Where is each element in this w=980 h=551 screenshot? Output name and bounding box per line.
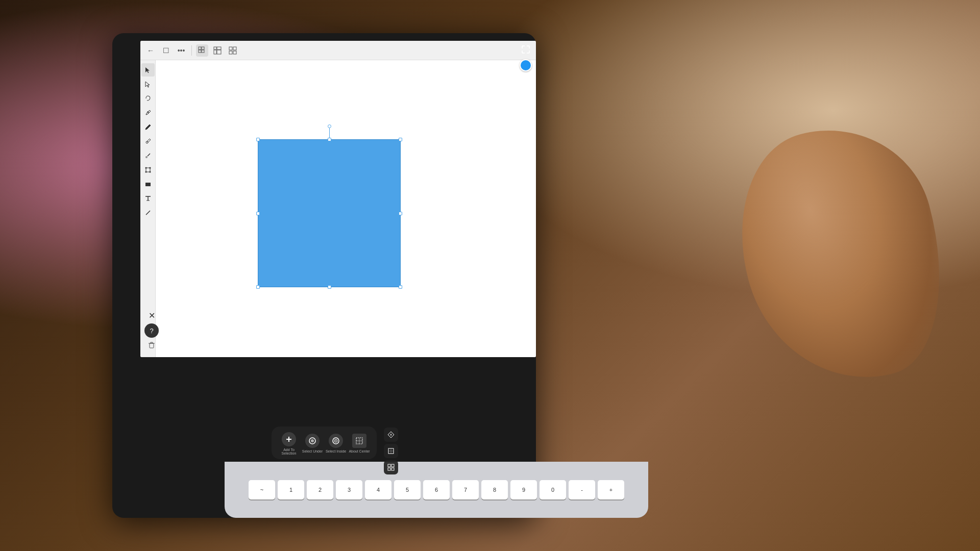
handle-middle-right[interactable]: [399, 212, 402, 215]
svg-rect-5: [217, 47, 221, 49]
bottom-action-bar-container: Add To Selection Select Under: [272, 427, 377, 459]
tool-knife[interactable]: [141, 206, 155, 219]
svg-rect-37: [388, 468, 390, 470]
align-icon[interactable]: [520, 139, 531, 150]
key-tilde[interactable]: ~: [249, 480, 275, 499]
about-center-button[interactable]: About Center: [348, 431, 371, 456]
trash-button[interactable]: [144, 338, 159, 352]
svg-rect-25: [523, 142, 528, 143]
svg-rect-15: [146, 168, 150, 172]
back-button[interactable]: ←: [144, 44, 157, 57]
tool-rectangle[interactable]: [141, 178, 155, 191]
color-picker[interactable]: [520, 59, 532, 71]
add-layer-icon[interactable]: [520, 115, 531, 126]
close-button[interactable]: ✕: [144, 308, 159, 322]
tool-text[interactable]: [141, 192, 155, 205]
top-toolbar: ← ☐ •••: [140, 41, 536, 60]
svg-rect-2: [199, 50, 201, 53]
key-2[interactable]: 2: [307, 480, 333, 499]
tool-eyedropper[interactable]: [141, 135, 155, 148]
svg-point-12: [147, 112, 149, 113]
svg-point-22: [527, 86, 529, 88]
key-8[interactable]: 8: [481, 480, 508, 499]
svg-rect-10: [229, 51, 232, 54]
export-button[interactable]: [227, 44, 239, 57]
svg-rect-36: [391, 464, 394, 467]
svg-rect-6: [214, 50, 216, 54]
select-under-label: Select Under: [302, 449, 323, 453]
select-inside-button[interactable]: Select Inside: [325, 431, 347, 456]
svg-point-33: [390, 434, 392, 436]
keyboard-area: ~ 1 2 3 4 5 6 7 8 9 0 - +: [225, 462, 648, 518]
bottom-action-bar: Add To Selection Select Under: [272, 427, 377, 459]
key-plus[interactable]: +: [598, 480, 624, 499]
key-4[interactable]: 4: [365, 480, 391, 499]
svg-rect-26: [523, 145, 527, 146]
grid-button[interactable]: [211, 44, 224, 57]
selected-shape[interactable]: [258, 139, 401, 287]
tool-brush[interactable]: [141, 149, 155, 162]
pen-style-icon[interactable]: [520, 84, 531, 95]
style-icon[interactable]: [520, 99, 531, 111]
handle-top-right[interactable]: [399, 138, 402, 141]
about-center-icon: [352, 434, 366, 448]
select-under-button[interactable]: Select Under: [301, 431, 324, 456]
document-button[interactable]: ☐: [160, 44, 172, 57]
add-to-selection-icon: [282, 432, 296, 446]
svg-rect-38: [391, 468, 394, 470]
key-9[interactable]: 9: [510, 480, 537, 499]
key-5[interactable]: 5: [394, 480, 421, 499]
svg-rect-7: [217, 50, 221, 54]
transform-icon[interactable]: [520, 154, 531, 165]
add-to-selection-button[interactable]: Add To Selection: [278, 431, 300, 456]
tool-pen[interactable]: [141, 106, 155, 119]
svg-rect-3: [202, 50, 204, 53]
svg-rect-1: [202, 47, 204, 49]
svg-rect-4: [214, 47, 216, 49]
extra-icon-3[interactable]: [384, 460, 398, 474]
svg-point-24: [525, 104, 527, 106]
tool-pencil[interactable]: [141, 120, 155, 134]
svg-point-16: [145, 167, 146, 169]
canvas-area[interactable]: [156, 60, 536, 357]
key-3[interactable]: 3: [336, 480, 362, 499]
svg-point-18: [145, 171, 146, 173]
add-to-selection-label: Add To Selection: [278, 448, 300, 455]
key-6[interactable]: 6: [423, 480, 450, 499]
about-center-label: About Center: [349, 449, 370, 453]
handle-bottom-right[interactable]: [399, 285, 402, 289]
more-button[interactable]: •••: [175, 44, 187, 57]
svg-rect-21: [150, 343, 154, 348]
extra-icon-2[interactable]: [384, 444, 398, 458]
extra-icon-1[interactable]: [384, 428, 398, 442]
select-inside-label: Select Inside: [326, 449, 346, 453]
svg-point-17: [149, 167, 151, 169]
svg-rect-11: [233, 51, 236, 54]
tool-direct-select[interactable]: [141, 78, 155, 91]
svg-point-28: [311, 439, 314, 442]
handle-top-left[interactable]: [256, 138, 260, 141]
key-0[interactable]: 0: [540, 480, 566, 499]
handle-bottom-center[interactable]: [328, 285, 331, 289]
svg-rect-0: [199, 47, 201, 49]
rotation-handle[interactable]: [328, 124, 331, 128]
expand-icon[interactable]: [520, 44, 531, 55]
key-minus[interactable]: -: [569, 480, 595, 499]
svg-rect-8: [229, 47, 232, 50]
layers-button[interactable]: [196, 44, 208, 57]
handle-top-center[interactable]: [328, 138, 331, 141]
handle-bottom-left[interactable]: [256, 285, 260, 289]
keyboard-row: ~ 1 2 3 4 5 6 7 8 9 0 - +: [249, 480, 624, 499]
key-1[interactable]: 1: [278, 480, 304, 499]
tablet-frame: ← ☐ •••: [112, 33, 536, 518]
char-size-label: 12pt: [522, 130, 530, 135]
extra-icons-group: [384, 428, 398, 474]
svg-point-31: [335, 440, 336, 441]
help-button[interactable]: ?: [144, 323, 159, 338]
tool-select[interactable]: [141, 63, 155, 77]
select-under-icon: [305, 434, 320, 448]
tool-lasso[interactable]: [141, 92, 155, 105]
handle-middle-left[interactable]: [256, 212, 260, 215]
key-7[interactable]: 7: [452, 480, 479, 499]
tool-transform[interactable]: [141, 163, 155, 177]
